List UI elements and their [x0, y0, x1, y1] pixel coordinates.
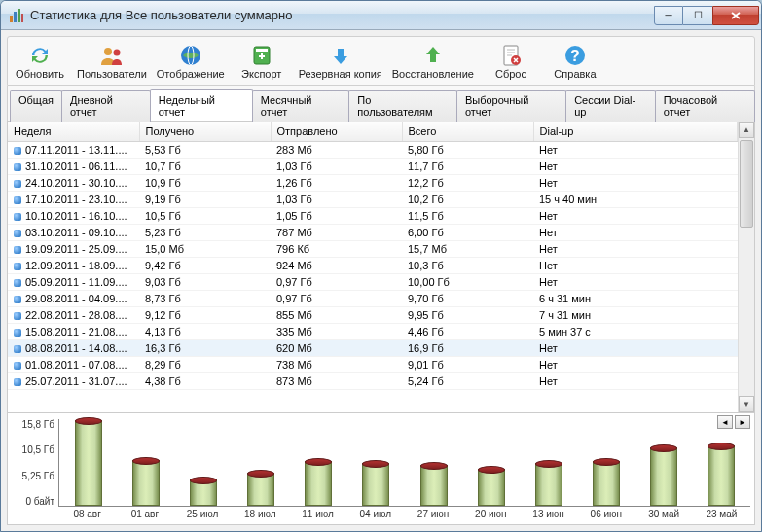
tab-4[interactable]: По пользователям: [348, 90, 457, 122]
table-scroll[interactable]: НеделяПолученоОтправленоВсегоDial-up 07.…: [8, 122, 738, 412]
table-row[interactable]: 12.09.2011 - 18.09....9,42 Гб924 Мб10,3 …: [8, 258, 738, 274]
row-bullet-icon: [14, 362, 21, 370]
tool-label: Экспорт: [241, 68, 281, 80]
help-icon: ?: [563, 44, 587, 67]
table-row[interactable]: 15.08.2011 - 21.08....4,13 Гб335 Мб4,46 …: [8, 324, 738, 340]
row-bullet-icon: [14, 246, 21, 254]
refresh-button[interactable]: Обновить: [8, 41, 72, 83]
chart-bar[interactable]: [190, 479, 217, 506]
column-header[interactable]: Неделя: [8, 122, 139, 142]
row-bullet-icon: [14, 196, 21, 204]
table-row[interactable]: 31.10.2011 - 06.11....10,7 Гб1,03 Гб11,7…: [8, 159, 738, 175]
x-tick-label: 06 июн: [587, 509, 626, 522]
row-bullet-icon: [14, 329, 21, 337]
row-bullet-icon: [14, 230, 21, 237]
column-header[interactable]: Получено: [139, 122, 271, 142]
x-tick-label: 18 июл: [240, 509, 279, 522]
table-row[interactable]: 19.09.2011 - 25.09....15,0 Мб796 Кб15,7 …: [8, 241, 738, 258]
content-area: ОбновитьПользователиОтображениеЭкспортРе…: [1, 30, 761, 531]
restore-button[interactable]: Восстановление: [387, 41, 479, 83]
column-header[interactable]: Отправлено: [271, 122, 402, 142]
export-button[interactable]: Экспорт: [230, 41, 294, 83]
row-bullet-icon: [14, 312, 21, 320]
svg-point-4: [104, 48, 112, 55]
tool-label: Восстановление: [392, 68, 474, 80]
row-bullet-icon: [14, 296, 21, 303]
table-row[interactable]: 29.08.2011 - 04.09....8,73 Гб0,97 Гб9,70…: [8, 291, 738, 307]
tool-label: Сброс: [495, 68, 526, 80]
tool-label: Резервная копия: [299, 68, 382, 80]
tab-0[interactable]: Общая: [10, 90, 62, 122]
row-bullet-icon: [14, 163, 21, 171]
table-row[interactable]: 24.10.2011 - 30.10....10,9 Гб1,26 Гб12,2…: [8, 175, 738, 192]
tab-1[interactable]: Дневной отчет: [61, 90, 151, 122]
maximize-button[interactable]: ☐: [683, 6, 712, 25]
chart-bar[interactable]: [708, 445, 735, 506]
x-tick-label: 30 май: [644, 509, 683, 522]
minimize-button[interactable]: ─: [654, 6, 683, 25]
row-bullet-icon: [14, 263, 21, 270]
chart-bar[interactable]: [132, 460, 160, 506]
scroll-up-button[interactable]: ▲: [739, 122, 754, 138]
tool-label: Справка: [554, 68, 596, 80]
display-icon: [179, 44, 202, 67]
chart-bar[interactable]: [535, 463, 562, 507]
column-header[interactable]: Dial-up: [533, 122, 738, 142]
toolbar: ОбновитьПользователиОтображениеЭкспортРе…: [7, 36, 755, 86]
tab-strip: ОбщаяДневной отчетНедельный отчетМесячны…: [7, 86, 755, 121]
display-button[interactable]: Отображение: [152, 41, 230, 83]
scroll-track[interactable]: [739, 138, 754, 396]
tab-6[interactable]: Сессии Dial-up: [565, 90, 656, 122]
chart-plot: 08 авг01 авг25 июл18 июл11 июл04 июл27 и…: [58, 419, 750, 522]
table-row[interactable]: 10.10.2011 - 16.10....10,5 Гб1,05 Гб11,5…: [8, 208, 738, 225]
table-row[interactable]: 08.08.2011 - 14.08....16,3 Гб620 Мб16,9 …: [8, 340, 738, 357]
svg-rect-0: [10, 16, 13, 22]
tab-3[interactable]: Месячный отчет: [252, 90, 350, 122]
svg-rect-2: [18, 9, 20, 22]
chart-bar[interactable]: [75, 420, 102, 506]
table-row[interactable]: 03.10.2011 - 09.10....5,23 Гб787 Мб6,00 …: [8, 225, 738, 241]
help-button[interactable]: ?Справка: [543, 41, 607, 83]
backup-button[interactable]: Резервная копия: [294, 41, 387, 83]
app-icon: [9, 8, 24, 23]
tab-5[interactable]: Выборочный отчет: [456, 90, 566, 122]
table-row[interactable]: 05.09.2011 - 11.09....9,03 Гб0,97 Гб10,0…: [8, 274, 738, 291]
close-button[interactable]: [712, 6, 759, 25]
chart-bar[interactable]: [247, 473, 274, 506]
chart-bar[interactable]: [593, 461, 620, 506]
table-row[interactable]: 17.10.2011 - 23.10....9,19 Гб1,03 Гб10,2…: [8, 192, 738, 208]
refresh-icon: [28, 44, 52, 67]
chart-bar[interactable]: [650, 447, 677, 506]
x-tick-label: 25 июл: [183, 509, 222, 522]
table-row[interactable]: 22.08.2011 - 28.08....9,12 Гб855 Мб9,95 …: [8, 307, 738, 324]
users-button[interactable]: Пользователи: [72, 41, 152, 83]
tab-2[interactable]: Недельный отчет: [150, 89, 253, 121]
tab-7[interactable]: Почасовой отчет: [655, 90, 755, 122]
x-tick-label: 11 июл: [299, 509, 338, 522]
tool-label: Пользователи: [77, 68, 147, 80]
tool-label: Обновить: [16, 68, 64, 80]
report-table: НеделяПолученоОтправленоВсегоDial-up 07.…: [8, 122, 738, 390]
x-tick-label: 08 авг: [68, 509, 107, 522]
titlebar[interactable]: Статистика для Все пользователи суммарно…: [1, 1, 761, 30]
x-tick-label: 13 июн: [529, 509, 568, 522]
tool-label: Отображение: [157, 68, 225, 80]
chart-bar[interactable]: [305, 461, 332, 506]
window-title: Статистика для Все пользователи суммарно: [30, 8, 654, 22]
y-tick-label: 0 байт: [12, 496, 54, 507]
row-bullet-icon: [14, 345, 21, 353]
vertical-scrollbar[interactable]: ▲ ▼: [738, 122, 754, 412]
chart-bar[interactable]: [362, 463, 389, 507]
table-row[interactable]: 07.11.2011 - 13.11....5,53 Гб283 Мб5,80 …: [8, 142, 738, 159]
table-row[interactable]: 01.08.2011 - 07.08....8,29 Гб738 Мб9,01 …: [8, 357, 738, 373]
y-tick-label: 5,25 Гб: [12, 471, 54, 481]
chart-bar[interactable]: [478, 469, 505, 506]
table-row[interactable]: 25.07.2011 - 31.07....4,38 Гб873 Мб5,24 …: [8, 373, 738, 390]
chart-bar[interactable]: [420, 465, 448, 506]
x-tick-label: 04 июл: [356, 509, 395, 522]
column-header[interactable]: Всего: [402, 122, 533, 142]
scroll-down-button[interactable]: ▼: [739, 396, 754, 412]
reset-button[interactable]: Сброс: [479, 41, 543, 83]
scroll-thumb[interactable]: [740, 140, 753, 228]
chart-panel: ◄ ► 15,8 Гб10,5 Гб5,25 Гб0 байт 08 авг01…: [7, 413, 755, 525]
